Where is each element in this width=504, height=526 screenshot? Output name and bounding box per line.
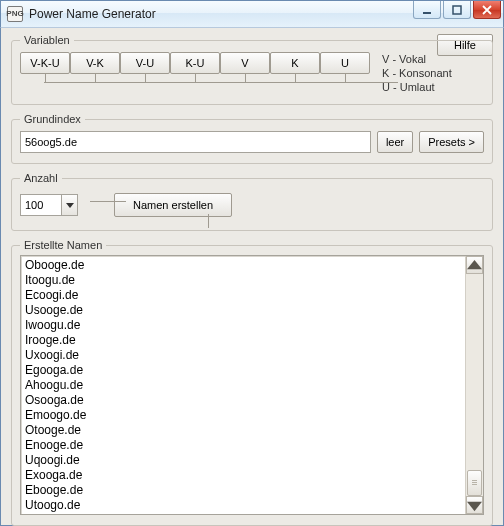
window-title: Power Name Generator bbox=[29, 7, 156, 21]
variable-button-k-u[interactable]: K-U bbox=[170, 52, 220, 74]
variable-legend: V - Vokal K - Konsonant U - Umlaut bbox=[382, 52, 452, 94]
variable-connector-line bbox=[44, 82, 398, 83]
client-area: Hilfe Variablen V-K-UV-KV-UK-UVKU V - Vo… bbox=[0, 28, 504, 526]
group-variablen: Variablen V-K-UV-KV-UK-UVKU V - Vokal K … bbox=[11, 34, 493, 105]
label-variablen: Variablen bbox=[20, 34, 74, 46]
window-controls bbox=[413, 1, 501, 19]
list-item[interactable]: Egooga.de bbox=[25, 363, 461, 378]
connector-line-vertical bbox=[208, 214, 209, 228]
list-item[interactable]: Ebooge.de bbox=[25, 483, 461, 498]
create-names-button[interactable]: Namen erstellen bbox=[114, 193, 232, 217]
variable-tick bbox=[295, 74, 296, 82]
scroll-thumb[interactable] bbox=[467, 470, 482, 496]
svg-rect-0 bbox=[423, 12, 431, 14]
list-item[interactable]: Itoogu.de bbox=[25, 273, 461, 288]
scroll-up-button[interactable] bbox=[466, 256, 483, 274]
grundindex-input[interactable] bbox=[20, 131, 371, 153]
variable-button-v-k[interactable]: V-K bbox=[70, 52, 120, 74]
clear-button[interactable]: leer bbox=[377, 131, 413, 153]
variable-button-u[interactable]: U bbox=[320, 52, 370, 74]
list-item[interactable]: Uqoogi.de bbox=[25, 453, 461, 468]
close-button[interactable] bbox=[473, 1, 501, 19]
list-item[interactable]: Exooga.de bbox=[25, 468, 461, 483]
list-item[interactable]: Utoogo.de bbox=[25, 498, 461, 513]
anzahl-combo[interactable] bbox=[20, 194, 78, 216]
group-erstellte-namen: Erstellte Namen Obooge.deItoogu.deEcoogi… bbox=[11, 239, 493, 526]
list-item[interactable]: Otooge.de bbox=[25, 423, 461, 438]
list-item[interactable]: Usooge.de bbox=[25, 303, 461, 318]
scroll-down-button[interactable] bbox=[466, 496, 483, 514]
anzahl-input[interactable] bbox=[21, 195, 61, 215]
variable-tick bbox=[245, 74, 246, 82]
label-anzahl: Anzahl bbox=[20, 172, 62, 184]
variable-tick bbox=[195, 74, 196, 82]
anzahl-dropdown-button[interactable] bbox=[61, 195, 77, 215]
list-item[interactable]: Irooge.de bbox=[25, 333, 461, 348]
presets-button[interactable]: Presets > bbox=[419, 131, 484, 153]
variable-button-v-u[interactable]: V-U bbox=[120, 52, 170, 74]
legend-vokal: V - Vokal bbox=[382, 52, 452, 66]
variable-tick bbox=[145, 74, 146, 82]
names-listbox[interactable]: Obooge.deItoogu.deEcoogi.deUsooge.deIwoo… bbox=[20, 255, 484, 515]
titlebar: PNG Power Name Generator bbox=[0, 0, 504, 28]
names-list: Obooge.deItoogu.deEcoogi.deUsooge.deIwoo… bbox=[21, 256, 465, 514]
list-item[interactable]: Enooge.de bbox=[25, 438, 461, 453]
list-item[interactable]: Iwoogu.de bbox=[25, 318, 461, 333]
group-anzahl: Anzahl Namen erstellen bbox=[11, 172, 493, 231]
list-item[interactable]: Obooge.de bbox=[25, 258, 461, 273]
list-item[interactable]: Uxoogi.de bbox=[25, 348, 461, 363]
variable-tick bbox=[45, 74, 46, 82]
scroll-track[interactable] bbox=[466, 274, 483, 496]
minimize-button[interactable] bbox=[413, 1, 441, 19]
label-erstellte: Erstellte Namen bbox=[20, 239, 106, 251]
list-item[interactable]: Osooga.de bbox=[25, 393, 461, 408]
group-grundindex: Grundindex leer Presets > bbox=[11, 113, 493, 164]
list-item[interactable]: Ecoogi.de bbox=[25, 288, 461, 303]
label-grundindex: Grundindex bbox=[20, 113, 85, 125]
variable-tick bbox=[95, 74, 96, 82]
svg-rect-1 bbox=[453, 6, 461, 14]
variable-button-v-k-u[interactable]: V-K-U bbox=[20, 52, 70, 74]
variable-buttons: V-K-UV-KV-UK-UVKU bbox=[20, 52, 370, 86]
connector-line bbox=[90, 201, 126, 202]
app-icon: PNG bbox=[7, 6, 23, 22]
maximize-button[interactable] bbox=[443, 1, 471, 19]
variable-tick bbox=[345, 74, 346, 82]
list-item[interactable]: Ahoogu.de bbox=[25, 378, 461, 393]
variable-button-k[interactable]: K bbox=[270, 52, 320, 74]
legend-konsonant: K - Konsonant bbox=[382, 66, 452, 80]
variable-button-v[interactable]: V bbox=[220, 52, 270, 74]
scrollbar[interactable] bbox=[465, 256, 483, 514]
list-item[interactable]: Emoogo.de bbox=[25, 408, 461, 423]
